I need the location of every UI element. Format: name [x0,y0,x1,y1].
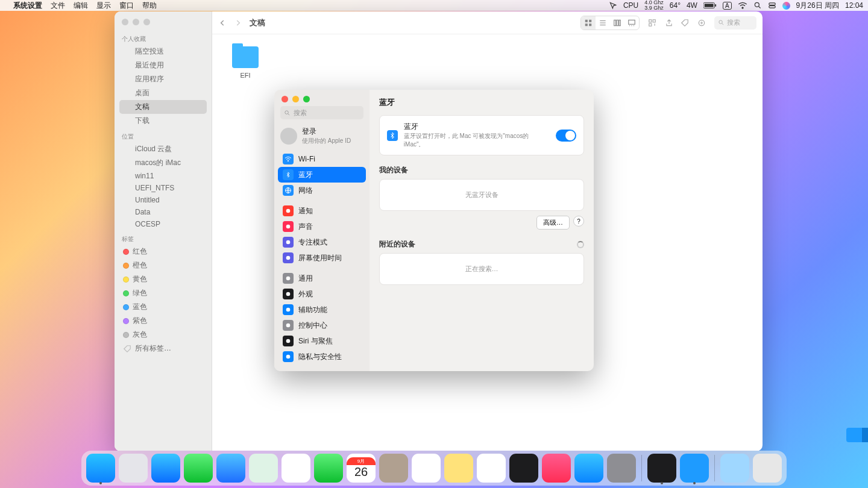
settings-item-Wi-Fi[interactable]: Wi-Fi [278,151,366,167]
tags-header: 标签 [122,235,204,243]
folder-item[interactable]: EFI [224,46,266,79]
sidebar-tag-绿色[interactable]: 绿色 [119,286,207,300]
app-menu[interactable]: 系统设置 [13,1,42,11]
dock-app-safari[interactable] [151,454,180,483]
sidebar-item-下载[interactable]: 下载 [119,114,207,128]
svg-rect-6 [769,6,775,8]
menu-edit[interactable]: 编辑 [74,1,88,11]
group-button[interactable] [647,19,658,27]
zoom-button[interactable] [143,19,150,25]
dock-app-finder[interactable] [86,454,115,483]
dock-app-messages[interactable] [184,454,213,483]
menu-window[interactable]: 窗口 [119,1,134,11]
sidebar-item-UEFI_NTFS[interactable]: UEFI_NTFS [119,182,207,194]
close-button[interactable] [122,19,128,25]
sidebar-item-文稿[interactable]: 文稿 [119,100,207,114]
settings-item-通知[interactable]: 通知 [278,203,366,219]
menu-file[interactable]: 文件 [51,1,65,11]
dock-app-maps[interactable] [249,454,278,483]
siri-icon[interactable] [782,2,790,10]
dock-app-photos[interactable] [281,454,310,483]
help-button[interactable]: ? [573,216,584,227]
dock-app-calendar[interactable]: 9月26 [347,454,376,483]
sidebar-item-macos的 iMac[interactable]: macos的 iMac [119,156,207,170]
sidebar-item-iCloud 云盘[interactable]: iCloud 云盘 [119,142,207,156]
settings-item-Siri 与聚焦[interactable]: Siri 与聚焦 [278,333,366,349]
sidebar-tag-黄色[interactable]: 黄色 [119,272,207,286]
bluetooth-toggle[interactable] [556,130,576,142]
dock-app-play[interactable] [680,454,709,483]
dock-app-downloads[interactable] [720,454,749,483]
column-view-button[interactable] [610,16,624,30]
dock-app-mail[interactable] [216,454,245,483]
istat-cursor-icon[interactable] [609,1,617,10]
settings-item-声音[interactable]: 声音 [278,219,366,234]
menu-help[interactable]: 帮助 [142,1,157,11]
forward-button[interactable] [234,19,242,27]
finder-search[interactable]: 搜索 [714,16,756,30]
sidebar-tag-红色[interactable]: 红色 [119,245,207,258]
advanced-button[interactable]: 高级… [536,216,570,230]
dock-app-istat[interactable] [647,454,676,483]
icon-view-button[interactable] [581,16,596,30]
dock-app-launchpad[interactable] [119,454,148,483]
dock-app-notes[interactable] [444,454,473,483]
date[interactable]: 9月26日 周四 [796,1,839,11]
time[interactable]: 12:04 [845,1,863,10]
sidebar-all-tags[interactable]: 所有标签… [119,342,207,355]
settings-search[interactable]: 搜索 [280,106,363,119]
battery-icon[interactable] [703,2,717,9]
menu-view[interactable]: 显示 [96,1,111,11]
settings-item-桌面与程序坞[interactable]: 桌面与程序坞 [278,369,366,371]
floating-widget[interactable] [846,428,868,442]
close-button[interactable] [281,96,288,102]
sidebar-tag-蓝色[interactable]: 蓝色 [119,300,207,314]
svg-rect-1 [705,4,714,7]
apple-id-row[interactable]: 登录 使用你的 Apple ID [274,124,370,151]
spotlight-icon[interactable] [753,1,762,10]
disk-icon [123,145,131,154]
dock-app-freeform[interactable] [477,454,506,483]
dock-app-reminders[interactable] [412,454,441,483]
sidebar-item-Untitled[interactable]: Untitled [119,194,207,206]
list-view-button[interactable] [596,16,610,30]
zoom-button[interactable] [303,96,310,102]
settings-item-外观[interactable]: 外观 [278,286,366,302]
sidebar-item-桌面[interactable]: 桌面 [119,86,207,100]
sidebar-tag-橙色[interactable]: 橙色 [119,258,207,272]
sidebar-item-OCESP[interactable]: OCESP [119,218,207,230]
settings-item-专注模式[interactable]: 专注模式 [278,234,366,250]
sidebar-tag-紫色[interactable]: 紫色 [119,314,207,328]
share-button[interactable] [665,19,673,27]
gallery-view-button[interactable] [624,16,639,30]
settings-item-蓝牙[interactable]: 蓝牙 [278,167,366,183]
settings-item-通用[interactable]: 通用 [278,271,366,286]
sidebar-item-应用程序[interactable]: 应用程序 [119,72,207,86]
minimize-button[interactable] [292,96,299,102]
action-button[interactable] [696,19,707,27]
settings-item-屏幕使用时间[interactable]: 屏幕使用时间 [278,250,366,266]
settings-item-控制中心[interactable]: 控制中心 [278,318,366,333]
dock-app-facetime[interactable] [314,454,343,483]
sidebar-tag-灰色[interactable]: 灰色 [119,328,207,342]
dock-app-contacts[interactable] [379,454,408,483]
settings-item-隐私与安全性[interactable]: 隐私与安全性 [278,349,366,364]
back-button[interactable] [218,19,227,27]
sidebar-item-最近使用[interactable]: 最近使用 [119,58,207,72]
sidebar-item-win11[interactable]: win11 [119,170,207,182]
tags-button[interactable] [681,19,689,27]
sidebar-item-Data[interactable]: Data [119,206,207,218]
wifi-icon[interactable] [738,2,747,9]
control-center-icon[interactable] [768,1,776,10]
settings-item-网络[interactable]: 网络 [278,183,366,198]
my-devices-empty: 无蓝牙设备 [387,186,576,204]
settings-item-辅助功能[interactable]: 辅助功能 [278,302,366,318]
minimize-button[interactable] [133,19,139,25]
dock-app-trash[interactable] [753,454,782,483]
sidebar-item-隔空投送[interactable]: 隔空投送 [119,45,207,58]
dock-app-appstore[interactable] [574,454,603,483]
input-source[interactable]: A [723,2,732,10]
dock-app-music[interactable] [542,454,571,483]
dock-app-settings[interactable] [607,454,636,483]
dock-app-tv[interactable] [509,454,538,483]
